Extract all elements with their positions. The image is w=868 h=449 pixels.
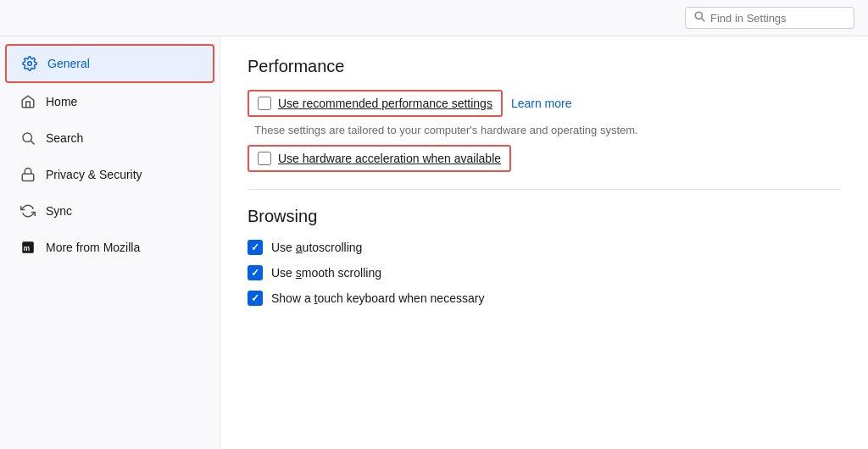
search-icon bbox=[19, 129, 37, 147]
section-divider bbox=[248, 189, 841, 190]
svg-rect-5 bbox=[22, 174, 34, 180]
hardware-accel-checkbox[interactable] bbox=[258, 152, 271, 165]
smooth-scrolling-checkbox[interactable] bbox=[248, 265, 263, 280]
sidebar-item-general[interactable]: General bbox=[5, 44, 214, 83]
sidebar-home-label: Home bbox=[46, 95, 77, 108]
svg-text:m: m bbox=[24, 245, 30, 252]
smooth-scrolling-label: Use smooth scrolling bbox=[271, 266, 381, 280]
browsing-title: Browsing bbox=[248, 207, 841, 226]
recommended-performance-label: Use recommended performance settings bbox=[278, 97, 492, 110]
autoscrolling-checkbox[interactable] bbox=[248, 240, 263, 255]
hardware-accel-checkbox-wrapper[interactable]: Use hardware acceleration when available bbox=[248, 145, 511, 172]
autoscrolling-underline: a bbox=[296, 241, 303, 254]
main-layout: General Home Search bbox=[0, 36, 868, 449]
content-area: Performance Use recommended performance … bbox=[220, 36, 868, 449]
mozilla-icon: m bbox=[19, 238, 37, 257]
svg-line-1 bbox=[702, 19, 705, 22]
find-in-settings-input[interactable] bbox=[710, 12, 845, 25]
sidebar-search-label: Search bbox=[46, 131, 83, 145]
sidebar-item-more-from-mozilla[interactable]: m More from Mozilla bbox=[5, 230, 214, 265]
sidebar-item-sync[interactable]: Sync bbox=[5, 193, 214, 229]
svg-point-3 bbox=[23, 133, 32, 142]
sidebar-item-search[interactable]: Search bbox=[5, 120, 214, 156]
performance-title: Performance bbox=[248, 57, 841, 76]
gear-icon bbox=[20, 54, 39, 73]
sidebar-general-label: General bbox=[47, 57, 90, 70]
autoscrolling-item: Use autoscrolling bbox=[248, 240, 841, 255]
sidebar-item-home[interactable]: Home bbox=[5, 84, 214, 119]
recommended-performance-checkbox-wrapper[interactable]: Use recommended performance settings bbox=[248, 90, 503, 117]
sidebar-item-privacy-security[interactable]: Privacy & Security bbox=[5, 157, 214, 192]
sync-icon bbox=[19, 202, 37, 220]
hardware-accel-item: Use hardware acceleration when available bbox=[248, 145, 841, 172]
performance-section: Performance Use recommended performance … bbox=[248, 57, 841, 172]
learn-more-link[interactable]: Learn more bbox=[511, 97, 572, 110]
touch-keyboard-label: Show a touch keyboard when necessary bbox=[271, 291, 484, 305]
touch-keyboard-checkbox[interactable] bbox=[248, 291, 263, 306]
sidebar-privacy-label: Privacy & Security bbox=[46, 168, 142, 181]
sidebar-sync-label: Sync bbox=[46, 204, 72, 218]
touch-keyboard-underline: t bbox=[314, 291, 318, 305]
search-icon bbox=[694, 11, 705, 25]
performance-description: These settings are tailored to your comp… bbox=[254, 124, 841, 136]
top-bar bbox=[0, 0, 868, 36]
recommended-performance-checkbox[interactable] bbox=[258, 97, 271, 110]
svg-point-0 bbox=[695, 12, 702, 19]
find-in-settings-box[interactable] bbox=[685, 7, 854, 29]
sidebar: General Home Search bbox=[0, 36, 220, 449]
touch-keyboard-item: Show a touch keyboard when necessary bbox=[248, 291, 841, 306]
autoscrolling-label: Use autoscrolling bbox=[271, 241, 362, 254]
svg-point-2 bbox=[28, 62, 32, 66]
recommended-performance-item: Use recommended performance settings Lea… bbox=[248, 90, 841, 117]
sidebar-mozilla-label: More from Mozilla bbox=[46, 241, 140, 254]
svg-line-4 bbox=[31, 141, 34, 144]
smooth-scrolling-underline: s bbox=[296, 266, 302, 280]
lock-icon bbox=[19, 165, 37, 184]
browsing-section: Browsing Use autoscrolling Use smooth sc… bbox=[248, 207, 841, 306]
home-icon bbox=[19, 92, 37, 111]
smooth-scrolling-item: Use smooth scrolling bbox=[248, 265, 841, 280]
hardware-accel-label: Use hardware acceleration when available bbox=[278, 152, 501, 165]
